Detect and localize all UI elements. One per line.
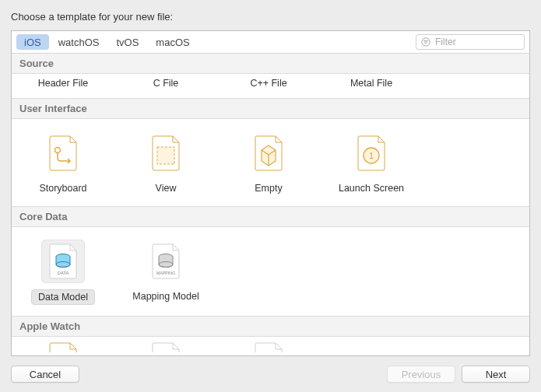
coredata-row: DATA Data Model MAPPING: [12, 227, 529, 316]
svg-text:1: 1: [369, 152, 374, 160]
svg-text:DATA: DATA: [57, 271, 69, 275]
new-file-dialog: Choose a template for your new file: iOS…: [0, 0, 541, 392]
section-header-ui: User Interface: [12, 98, 529, 119]
template-label: Launch Screen: [332, 181, 410, 195]
template-label: Metal File: [344, 76, 399, 90]
tab-tvos[interactable]: tvOS: [108, 34, 146, 50]
template-label: Empty: [248, 181, 288, 195]
file-icon: [247, 341, 290, 352]
tab-watchos[interactable]: watchOS: [51, 34, 107, 50]
data-model-icon: DATA: [41, 240, 85, 283]
template-scroll[interactable]: Source Header File C File C++ File Metal…: [12, 54, 529, 355]
template-label: Data Model: [31, 289, 95, 305]
template-applewatch-3[interactable]: [217, 341, 320, 352]
view-icon: [144, 131, 188, 175]
file-icon: [41, 341, 85, 352]
mapping-model-icon: MAPPING: [144, 240, 188, 283]
next-button[interactable]: Next: [462, 366, 530, 383]
tab-macos[interactable]: macOS: [148, 34, 197, 50]
template-label: Storyboard: [33, 181, 93, 195]
template-applewatch-2[interactable]: [114, 341, 217, 352]
filter-field[interactable]: [416, 34, 525, 50]
svg-rect-2: [157, 147, 174, 164]
cancel-button[interactable]: Cancel: [11, 366, 79, 383]
source-row: Header File C File C++ File Metal File: [12, 74, 529, 98]
platform-tabbar: iOS watchOS tvOS macOS: [12, 31, 529, 54]
template-data-model[interactable]: DATA Data Model: [12, 227, 114, 305]
template-label: C++ File: [244, 76, 293, 90]
template-empty[interactable]: Empty: [217, 119, 320, 195]
dialog-footer: Cancel Previous Next: [11, 356, 530, 383]
template-cpp-file[interactable]: C++ File: [217, 74, 320, 90]
section-header-source: Source: [12, 54, 529, 74]
template-label: Header File: [32, 76, 95, 90]
file-icon: [144, 341, 188, 352]
template-mapping-model[interactable]: MAPPING Mapping Model: [114, 227, 217, 305]
template-label: Mapping Model: [126, 289, 205, 303]
filter-icon: [421, 37, 430, 47]
section-header-applewatch: Apple Watch: [12, 316, 529, 337]
launch-screen-icon: 1: [350, 131, 393, 175]
dialog-prompt: Choose a template for your new file:: [11, 11, 530, 23]
filter-input[interactable]: [434, 36, 519, 48]
template-header-file[interactable]: Header File: [12, 74, 114, 90]
template-label: C File: [147, 76, 185, 90]
template-storyboard[interactable]: Storyboard: [12, 119, 114, 195]
previous-button: Previous: [387, 366, 455, 383]
applewatch-row: [12, 337, 529, 352]
template-panel: iOS watchOS tvOS macOS Source Header Fil…: [11, 30, 530, 356]
ui-row: Storyboard View: [12, 119, 529, 206]
template-applewatch-1[interactable]: [12, 341, 114, 352]
template-view[interactable]: View: [114, 119, 217, 195]
template-c-file[interactable]: C File: [114, 74, 217, 90]
template-metal-file[interactable]: Metal File: [320, 74, 423, 90]
empty-icon: [247, 131, 290, 175]
svg-text:MAPPING: MAPPING: [156, 271, 175, 275]
tab-ios[interactable]: iOS: [16, 34, 49, 50]
section-header-coredata: Core Data: [12, 206, 529, 227]
template-launch-screen[interactable]: 1 Launch Screen: [320, 119, 423, 195]
template-label: View: [149, 181, 183, 195]
storyboard-icon: [41, 131, 85, 175]
